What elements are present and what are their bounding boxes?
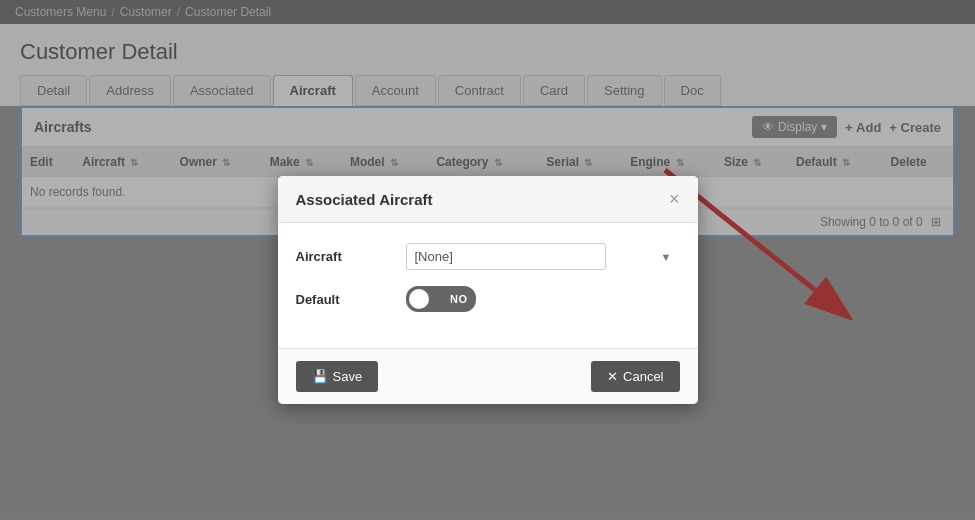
toggle-label: NO xyxy=(450,293,468,305)
save-button[interactable]: 💾 Save xyxy=(296,361,379,392)
modal-body: Aircraft [None] ▼ Default NO xyxy=(278,223,698,348)
modal-overlay: Associated Aircraft × Aircraft [None] ▼ … xyxy=(0,0,975,520)
cancel-button[interactable]: ✕ Cancel xyxy=(591,361,679,392)
select-arrow-icon: ▼ xyxy=(661,251,672,263)
modal-header: Associated Aircraft × xyxy=(278,176,698,223)
aircraft-row: Aircraft [None] ▼ xyxy=(296,243,680,270)
aircraft-select[interactable]: [None] xyxy=(406,243,606,270)
modal-title: Associated Aircraft xyxy=(296,191,433,208)
page-background: Customers Menu / Customer / Customer Det… xyxy=(0,0,975,520)
aircraft-select-wrapper: [None] ▼ xyxy=(406,243,680,270)
default-toggle[interactable]: NO xyxy=(406,286,476,312)
modal-footer: 💾 Save ✕ Cancel xyxy=(278,348,698,404)
aircraft-label: Aircraft xyxy=(296,249,396,264)
default-label: Default xyxy=(296,292,396,307)
default-toggle-wrapper: NO xyxy=(406,286,680,312)
default-row: Default NO xyxy=(296,286,680,312)
cancel-icon: ✕ xyxy=(607,369,618,384)
modal-close-button[interactable]: × xyxy=(669,190,680,208)
save-icon: 💾 xyxy=(312,369,328,384)
associated-aircraft-modal: Associated Aircraft × Aircraft [None] ▼ … xyxy=(278,176,698,404)
toggle-knob xyxy=(409,289,429,309)
